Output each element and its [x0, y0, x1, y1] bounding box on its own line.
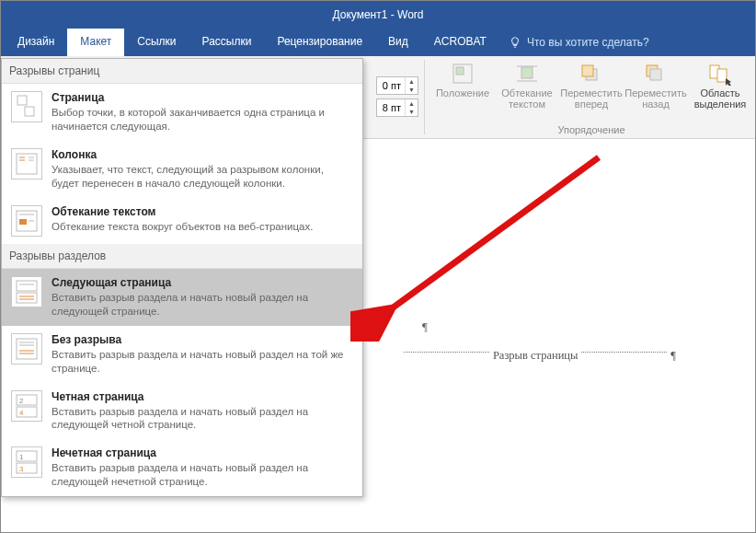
next-page-break-icon — [11, 276, 42, 307]
item-title: Колонка — [52, 148, 353, 161]
arrange-group: Положение Обтекание текстом Переместить … — [431, 60, 751, 136]
position-icon — [450, 62, 475, 86]
wrap-text-icon — [514, 62, 540, 86]
lightbulb-icon — [509, 36, 521, 49]
item-title: Следующая страница — [52, 276, 353, 289]
page-break-indicator: Разрыв страницы ¶ — [400, 349, 676, 363]
continuous-break-icon — [11, 333, 42, 365]
svg-rect-3 — [456, 67, 464, 75]
svg-rect-15 — [17, 154, 37, 174]
break-odd-page-item[interactable]: 13 Нечетная страница Вставить разрыв раз… — [2, 439, 362, 496]
svg-rect-25 — [17, 293, 37, 303]
break-even-page-item[interactable]: 24 Четная страница Вставить разрыв разде… — [2, 383, 362, 440]
svg-text:2: 2 — [19, 397, 24, 405]
item-desc: Вставить разрыв раздела и начать новый р… — [52, 461, 353, 489]
bring-forward-icon — [578, 62, 604, 86]
dropdown-section-section-breaks: Разрывы разделов — [2, 244, 362, 269]
tell-me-search[interactable]: Что вы хотите сделать? — [499, 29, 659, 56]
spinner-up-icon[interactable]: ▲ — [406, 77, 418, 86]
tell-me-placeholder: Что вы хотите сделать? — [527, 36, 649, 49]
spinner-down-icon[interactable]: ▼ — [406, 86, 418, 94]
spacing-after-spinner[interactable]: 8 пт ▲▼ — [376, 98, 418, 117]
svg-text:1: 1 — [19, 453, 24, 461]
paragraph-mark: ¶ — [422, 319, 428, 334]
spacing-before-value: 0 пт — [377, 80, 405, 91]
item-desc: Указывает, что текст, следующий за разры… — [52, 163, 353, 191]
item-title: Страница — [52, 91, 353, 104]
ribbon-group-divider — [424, 60, 425, 134]
svg-rect-12 — [717, 69, 727, 82]
bring-forward-button[interactable]: Переместить вперед — [560, 60, 623, 124]
spinner-down-icon[interactable]: ▼ — [406, 108, 418, 116]
item-title: Обтекание текстом — [52, 205, 313, 218]
tab-references[interactable]: Ссылки — [124, 29, 189, 56]
title-bar: Документ1 - Word — [1, 1, 755, 29]
wrap-text-button[interactable]: Обтекание текстом — [496, 60, 558, 124]
breaks-dropdown: Разрывы страниц Страница Выбор точки, в … — [1, 58, 363, 497]
send-backward-button[interactable]: Переместить назад — [624, 60, 687, 124]
send-backward-icon — [643, 62, 669, 86]
window-title: Документ1 - Word — [332, 8, 423, 21]
spacing-before-spinner[interactable]: 0 пт ▲▼ — [376, 76, 418, 95]
svg-text:3: 3 — [19, 465, 24, 473]
break-continuous-item[interactable]: Без разрыва Вставить разрыв раздела и на… — [2, 326, 362, 383]
column-break-icon — [11, 148, 42, 180]
svg-rect-29 — [17, 339, 37, 359]
tab-layout[interactable]: Макет — [67, 29, 124, 56]
arrange-group-label: Упорядочение — [431, 124, 751, 136]
selection-pane-button[interactable]: Область выделения — [689, 60, 751, 124]
item-desc: Выбор точки, в которой заканчивается одн… — [52, 106, 353, 133]
break-text-wrapping-item[interactable]: Обтекание текстом Обтекание текста вокру… — [2, 198, 362, 244]
item-desc: Вставить разрыв раздела и начать новый р… — [52, 291, 353, 319]
svg-rect-4 — [521, 67, 533, 78]
tab-design[interactable]: Дизайн — [5, 29, 67, 56]
break-next-page-item[interactable]: Следующая страница Вставить разрыв разде… — [2, 269, 362, 326]
item-desc: Вставить разрыв раздела и начать новый р… — [52, 348, 353, 376]
page-break-icon — [11, 91, 42, 122]
tab-review[interactable]: Рецензирование — [264, 29, 375, 56]
item-desc: Обтекание текста вокруг объектов на веб-… — [52, 220, 313, 234]
svg-rect-10 — [650, 69, 661, 80]
even-page-break-icon: 24 — [11, 390, 42, 422]
item-desc: Вставить разрыв раздела и начать новый р… — [52, 405, 353, 433]
svg-text:4: 4 — [19, 409, 24, 417]
tab-acrobat[interactable]: ACROBAT — [421, 29, 499, 56]
paragraph-mark: ¶ — [670, 349, 676, 363]
svg-rect-13 — [17, 96, 27, 105]
dropdown-section-page-breaks: Разрывы страниц — [2, 59, 362, 84]
ribbon-tabstrip: Дизайн Макет Ссылки Рассылки Рецензирова… — [1, 29, 755, 56]
item-title: Четная страница — [52, 390, 353, 403]
break-page-item[interactable]: Страница Выбор точки, в которой заканчив… — [2, 84, 362, 141]
position-button[interactable]: Положение — [431, 60, 494, 124]
selection-pane-icon — [707, 62, 733, 86]
svg-rect-21 — [19, 219, 27, 225]
odd-page-break-icon: 13 — [11, 446, 42, 478]
svg-rect-8 — [582, 65, 593, 76]
text-wrap-break-icon — [11, 205, 42, 237]
item-title: Нечетная страница — [52, 446, 353, 459]
tab-view[interactable]: Вид — [375, 29, 421, 56]
document-canvas[interactable]: ¶ Разрыв страницы ¶ — [367, 249, 753, 526]
item-title: Без разрыва — [52, 333, 353, 346]
tab-mailings[interactable]: Рассылки — [189, 29, 265, 56]
svg-rect-14 — [25, 107, 34, 116]
svg-rect-24 — [17, 281, 37, 291]
spinner-up-icon[interactable]: ▲ — [406, 99, 418, 108]
spacing-after-value: 8 пт — [377, 102, 405, 113]
page-break-text: Разрыв страницы — [493, 349, 578, 363]
break-column-item[interactable]: Колонка Указывает, что текст, следующий … — [2, 141, 362, 198]
